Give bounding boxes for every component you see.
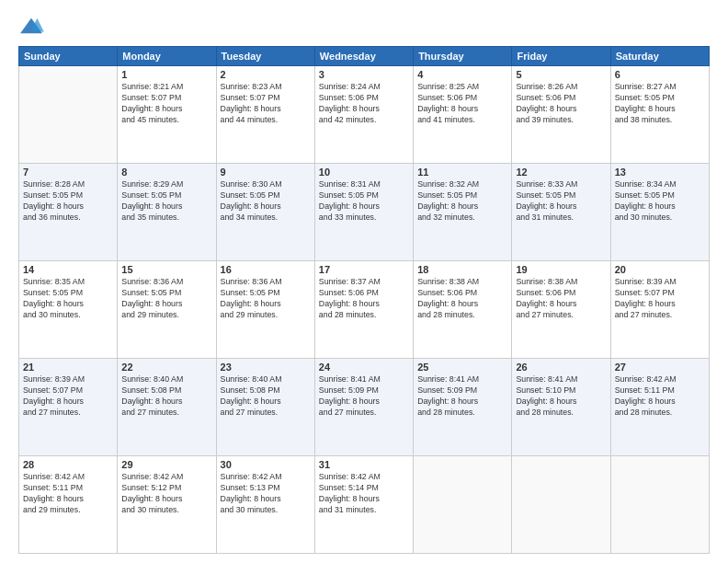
calendar-cell bbox=[19, 66, 118, 164]
calendar-day-header: Sunday bbox=[19, 47, 118, 66]
day-number: 24 bbox=[319, 362, 409, 373]
day-number: 22 bbox=[121, 362, 211, 373]
calendar-week-row: 1Sunrise: 8:21 AM Sunset: 5:07 PM Daylig… bbox=[19, 66, 710, 164]
day-number: 17 bbox=[319, 264, 409, 275]
calendar-day-header: Thursday bbox=[414, 47, 512, 66]
day-number: 31 bbox=[319, 459, 409, 470]
day-info: Sunrise: 8:29 AM Sunset: 5:05 PM Dayligh… bbox=[121, 179, 211, 224]
calendar-cell: 5Sunrise: 8:26 AM Sunset: 5:06 PM Daylig… bbox=[512, 66, 610, 164]
day-number: 5 bbox=[516, 69, 606, 80]
calendar-cell: 13Sunrise: 8:34 AM Sunset: 5:05 PM Dayli… bbox=[610, 164, 709, 261]
calendar-cell: 22Sunrise: 8:40 AM Sunset: 5:08 PM Dayli… bbox=[118, 359, 216, 456]
day-info: Sunrise: 8:27 AM Sunset: 5:05 PM Dayligh… bbox=[615, 82, 705, 126]
day-number: 6 bbox=[615, 69, 705, 80]
day-number: 15 bbox=[121, 264, 211, 275]
day-info: Sunrise: 8:31 AM Sunset: 5:05 PM Dayligh… bbox=[319, 179, 409, 224]
day-number: 7 bbox=[23, 167, 113, 178]
day-info: Sunrise: 8:33 AM Sunset: 5:05 PM Dayligh… bbox=[516, 179, 606, 224]
calendar-cell: 23Sunrise: 8:40 AM Sunset: 5:08 PM Dayli… bbox=[216, 359, 314, 456]
day-number: 19 bbox=[516, 264, 606, 275]
calendar-week-row: 7Sunrise: 8:28 AM Sunset: 5:05 PM Daylig… bbox=[19, 164, 710, 261]
calendar-cell: 27Sunrise: 8:42 AM Sunset: 5:11 PM Dayli… bbox=[610, 359, 709, 456]
day-number: 28 bbox=[23, 459, 113, 470]
day-info: Sunrise: 8:41 AM Sunset: 5:09 PM Dayligh… bbox=[417, 374, 507, 419]
calendar-cell: 4Sunrise: 8:25 AM Sunset: 5:06 PM Daylig… bbox=[414, 66, 512, 164]
day-info: Sunrise: 8:34 AM Sunset: 5:05 PM Dayligh… bbox=[615, 179, 705, 224]
calendar-cell: 9Sunrise: 8:30 AM Sunset: 5:05 PM Daylig… bbox=[216, 164, 314, 261]
calendar-cell: 10Sunrise: 8:31 AM Sunset: 5:05 PM Dayli… bbox=[314, 164, 413, 261]
calendar-cell: 3Sunrise: 8:24 AM Sunset: 5:06 PM Daylig… bbox=[314, 66, 413, 164]
day-info: Sunrise: 8:23 AM Sunset: 5:07 PM Dayligh… bbox=[221, 82, 311, 126]
calendar-table: SundayMondayTuesdayWednesdayThursdayFrid… bbox=[18, 46, 710, 554]
day-info: Sunrise: 8:42 AM Sunset: 5:14 PM Dayligh… bbox=[319, 472, 409, 516]
calendar-day-header: Friday bbox=[512, 47, 610, 66]
calendar-cell: 21Sunrise: 8:39 AM Sunset: 5:07 PM Dayli… bbox=[19, 359, 118, 456]
day-number: 14 bbox=[23, 264, 113, 275]
calendar-header-row: SundayMondayTuesdayWednesdayThursdayFrid… bbox=[19, 47, 710, 66]
day-info: Sunrise: 8:28 AM Sunset: 5:05 PM Dayligh… bbox=[23, 179, 113, 224]
calendar-cell: 16Sunrise: 8:36 AM Sunset: 5:05 PM Dayli… bbox=[216, 261, 314, 359]
calendar-cell: 20Sunrise: 8:39 AM Sunset: 5:07 PM Dayli… bbox=[610, 261, 709, 359]
day-info: Sunrise: 8:42 AM Sunset: 5:12 PM Dayligh… bbox=[121, 472, 211, 516]
calendar-cell bbox=[512, 456, 610, 554]
header bbox=[18, 17, 710, 37]
day-number: 12 bbox=[516, 167, 606, 178]
calendar-cell: 25Sunrise: 8:41 AM Sunset: 5:09 PM Dayli… bbox=[414, 359, 512, 456]
day-number: 13 bbox=[615, 167, 705, 178]
day-info: Sunrise: 8:24 AM Sunset: 5:06 PM Dayligh… bbox=[319, 82, 409, 126]
day-info: Sunrise: 8:36 AM Sunset: 5:05 PM Dayligh… bbox=[121, 277, 211, 321]
day-number: 18 bbox=[417, 264, 507, 275]
calendar-cell: 1Sunrise: 8:21 AM Sunset: 5:07 PM Daylig… bbox=[118, 66, 216, 164]
calendar-cell: 28Sunrise: 8:42 AM Sunset: 5:11 PM Dayli… bbox=[19, 456, 118, 554]
day-number: 29 bbox=[121, 459, 211, 470]
day-info: Sunrise: 8:39 AM Sunset: 5:07 PM Dayligh… bbox=[23, 374, 113, 419]
day-number: 16 bbox=[221, 264, 311, 275]
calendar-day-header: Saturday bbox=[610, 47, 709, 66]
day-info: Sunrise: 8:37 AM Sunset: 5:06 PM Dayligh… bbox=[319, 277, 409, 321]
calendar-cell: 18Sunrise: 8:38 AM Sunset: 5:06 PM Dayli… bbox=[414, 261, 512, 359]
calendar-cell: 12Sunrise: 8:33 AM Sunset: 5:05 PM Dayli… bbox=[512, 164, 610, 261]
calendar-day-header: Wednesday bbox=[314, 47, 413, 66]
day-info: Sunrise: 8:25 AM Sunset: 5:06 PM Dayligh… bbox=[417, 82, 507, 126]
day-number: 3 bbox=[319, 69, 409, 80]
day-number: 1 bbox=[121, 69, 211, 80]
calendar-cell: 6Sunrise: 8:27 AM Sunset: 5:05 PM Daylig… bbox=[610, 66, 709, 164]
day-info: Sunrise: 8:42 AM Sunset: 5:11 PM Dayligh… bbox=[23, 472, 113, 516]
day-number: 2 bbox=[221, 69, 311, 80]
day-info: Sunrise: 8:42 AM Sunset: 5:11 PM Dayligh… bbox=[615, 374, 705, 419]
day-info: Sunrise: 8:38 AM Sunset: 5:06 PM Dayligh… bbox=[417, 277, 507, 321]
calendar-cell: 2Sunrise: 8:23 AM Sunset: 5:07 PM Daylig… bbox=[216, 66, 314, 164]
calendar-week-row: 28Sunrise: 8:42 AM Sunset: 5:11 PM Dayli… bbox=[19, 456, 710, 554]
calendar-cell: 7Sunrise: 8:28 AM Sunset: 5:05 PM Daylig… bbox=[19, 164, 118, 261]
calendar-week-row: 21Sunrise: 8:39 AM Sunset: 5:07 PM Dayli… bbox=[19, 359, 710, 456]
calendar-cell bbox=[414, 456, 512, 554]
day-number: 10 bbox=[319, 167, 409, 178]
day-info: Sunrise: 8:36 AM Sunset: 5:05 PM Dayligh… bbox=[221, 277, 311, 321]
calendar-cell: 17Sunrise: 8:37 AM Sunset: 5:06 PM Dayli… bbox=[314, 261, 413, 359]
calendar-cell: 14Sunrise: 8:35 AM Sunset: 5:05 PM Dayli… bbox=[19, 261, 118, 359]
calendar-cell: 19Sunrise: 8:38 AM Sunset: 5:06 PM Dayli… bbox=[512, 261, 610, 359]
calendar-day-header: Monday bbox=[118, 47, 216, 66]
calendar-cell: 31Sunrise: 8:42 AM Sunset: 5:14 PM Dayli… bbox=[314, 456, 413, 554]
day-number: 27 bbox=[615, 362, 705, 373]
day-number: 9 bbox=[221, 167, 311, 178]
day-number: 23 bbox=[221, 362, 311, 373]
calendar-cell bbox=[610, 456, 709, 554]
calendar-cell: 8Sunrise: 8:29 AM Sunset: 5:05 PM Daylig… bbox=[118, 164, 216, 261]
day-info: Sunrise: 8:30 AM Sunset: 5:05 PM Dayligh… bbox=[221, 179, 311, 224]
day-info: Sunrise: 8:40 AM Sunset: 5:08 PM Dayligh… bbox=[121, 374, 211, 419]
calendar-cell: 15Sunrise: 8:36 AM Sunset: 5:05 PM Dayli… bbox=[118, 261, 216, 359]
day-number: 4 bbox=[417, 69, 507, 80]
day-number: 20 bbox=[615, 264, 705, 275]
day-number: 21 bbox=[23, 362, 113, 373]
calendar-cell: 11Sunrise: 8:32 AM Sunset: 5:05 PM Dayli… bbox=[414, 164, 512, 261]
day-info: Sunrise: 8:32 AM Sunset: 5:05 PM Dayligh… bbox=[417, 179, 507, 224]
calendar-cell: 24Sunrise: 8:41 AM Sunset: 5:09 PM Dayli… bbox=[314, 359, 413, 456]
day-number: 8 bbox=[121, 167, 211, 178]
day-info: Sunrise: 8:38 AM Sunset: 5:06 PM Dayligh… bbox=[516, 277, 606, 321]
day-info: Sunrise: 8:26 AM Sunset: 5:06 PM Dayligh… bbox=[516, 82, 606, 126]
day-info: Sunrise: 8:41 AM Sunset: 5:10 PM Dayligh… bbox=[516, 374, 606, 419]
day-number: 30 bbox=[221, 459, 311, 470]
logo bbox=[18, 17, 48, 37]
day-info: Sunrise: 8:40 AM Sunset: 5:08 PM Dayligh… bbox=[221, 374, 311, 419]
